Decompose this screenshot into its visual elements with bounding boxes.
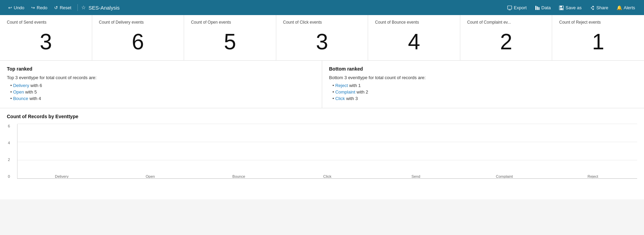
redo-label: Redo: [37, 5, 47, 10]
alerts-label: Alerts: [624, 5, 635, 10]
nav-left: Undo Redo Reset SES-Analysis: [5, 4, 504, 12]
y-axis-label: 6: [8, 124, 10, 128]
bar-label: Delivery: [55, 174, 69, 178]
list-item: Reject with 1: [332, 83, 637, 88]
alerts-icon: [617, 5, 622, 10]
metric-label: Count of Bounce events: [375, 20, 453, 25]
chart-title: Count of Records by Eventtype: [7, 114, 637, 119]
ranked-link[interactable]: Bounce: [13, 96, 28, 101]
list-item: Open with 5: [10, 89, 315, 95]
save-icon: [559, 5, 564, 10]
metric-value: 6: [99, 27, 177, 55]
ranked-link[interactable]: Click: [335, 96, 345, 101]
data-button[interactable]: Data: [532, 3, 554, 12]
svg-rect-0: [508, 6, 512, 9]
metric-card: Count of Open events 5: [184, 15, 276, 60]
y-axis-label: 4: [8, 141, 10, 145]
metric-label: Count of Click events: [283, 20, 361, 25]
top-ranked-panel: Top ranked Top 3 eventtype for total cou…: [0, 61, 322, 108]
metric-label: Count of Send events: [7, 20, 85, 25]
bar-label: Send: [411, 174, 420, 178]
list-item: Complaint with 2: [332, 89, 637, 95]
metric-card: Count of Send events 3: [0, 15, 92, 60]
share-icon: [590, 5, 595, 10]
svg-rect-6: [560, 6, 562, 8]
nav-divider: [77, 4, 78, 11]
save-as-button[interactable]: Save as: [556, 3, 585, 12]
metrics-row: Count of Send events 3 Count of Delivery…: [0, 15, 644, 61]
star-icon[interactable]: [81, 4, 86, 11]
bar-label: Complaint: [496, 174, 513, 178]
bar-label: Click: [323, 174, 331, 178]
share-label: Share: [596, 5, 608, 10]
metric-label: Count of Complaint ev...: [467, 20, 545, 25]
top-ranked-list: Delivery with 6Open with 5Bounce with 4: [7, 83, 315, 101]
undo-label: Undo: [14, 5, 24, 10]
redo-button[interactable]: Redo: [28, 4, 50, 12]
svg-rect-7: [560, 8, 563, 10]
list-item: Bounce with 4: [10, 96, 315, 101]
metric-card: Count of Reject events 1: [552, 15, 644, 60]
metric-card: Count of Bounce events 4: [368, 15, 460, 60]
ranked-link[interactable]: Reject: [335, 83, 348, 88]
y-axis-label: 2: [8, 158, 10, 162]
chart-section: Count of Records by Eventtype 0246 Deliv…: [0, 108, 644, 199]
ranked-link[interactable]: Complaint: [335, 89, 355, 95]
bottom-ranked-title: Bottom ranked: [329, 66, 637, 72]
top-ranked-subtitle: Top 3 eventtype for total count of recor…: [7, 75, 315, 80]
ranked-link[interactable]: Open: [13, 89, 24, 95]
metric-value: 1: [559, 27, 637, 55]
metric-card: Count of Delivery events 6: [92, 15, 184, 60]
bar-group: Bounce: [198, 172, 280, 178]
svg-rect-2: [535, 6, 536, 10]
data-label: Data: [542, 5, 551, 10]
bar-group: Reject: [552, 172, 634, 178]
save-as-label: Save as: [566, 5, 582, 10]
y-axis-label: 0: [8, 174, 10, 178]
bar-label: Reject: [587, 174, 598, 178]
metric-value: 5: [191, 27, 269, 55]
metric-label: Count of Open events: [191, 20, 269, 25]
bar-group: Click: [287, 172, 368, 178]
bottom-ranked-list: Reject with 1Complaint with 2Click with …: [329, 83, 637, 101]
chart-area: 0246 DeliveryOpenBounceClickSendComplain…: [17, 124, 637, 179]
svg-rect-3: [537, 7, 538, 10]
bar-label: Open: [146, 174, 155, 178]
reset-button[interactable]: Reset: [51, 4, 74, 12]
metric-value: 4: [375, 27, 453, 55]
export-label: Export: [514, 5, 527, 10]
y-axis: 0246: [8, 124, 10, 178]
bar-group: Open: [109, 172, 191, 178]
bars-container: DeliveryOpenBounceClickSendComplaintReje…: [17, 124, 637, 178]
export-button[interactable]: Export: [504, 3, 530, 12]
metric-value: 3: [283, 27, 361, 55]
bar-group: Delivery: [21, 172, 102, 178]
nav-right: Export Data Save as: [504, 3, 639, 12]
svg-rect-4: [538, 7, 539, 10]
reset-icon: [54, 5, 58, 10]
share-button[interactable]: Share: [586, 3, 612, 12]
redo-icon: [31, 5, 35, 10]
reset-label: Reset: [60, 5, 71, 10]
list-item: Click with 3: [332, 96, 637, 101]
list-item: Delivery with 6: [10, 83, 315, 88]
data-icon: [535, 5, 540, 10]
chart-container: 0246 DeliveryOpenBounceClickSendComplain…: [7, 124, 637, 193]
undo-button[interactable]: Undo: [5, 4, 27, 12]
bar-group: Send: [375, 172, 457, 178]
export-icon: [507, 5, 512, 10]
metric-label: Count of Reject events: [559, 20, 637, 25]
ranked-row: Top ranked Top 3 eventtype for total cou…: [0, 61, 644, 108]
metric-card: Count of Click events 3: [276, 15, 368, 60]
bottom-ranked-panel: Bottom ranked Bottom 3 eventtype for tot…: [322, 61, 644, 108]
ranked-link[interactable]: Delivery: [13, 83, 29, 88]
bar-group: Complaint: [463, 172, 545, 178]
top-nav: Undo Redo Reset SES-Analysis Export: [0, 0, 644, 15]
bar-label: Bounce: [232, 174, 245, 178]
alerts-button[interactable]: Alerts: [613, 4, 639, 12]
bottom-ranked-subtitle: Bottom 3 eventtype for total count of re…: [329, 75, 637, 80]
page-title: SES-Analysis: [81, 4, 120, 11]
metric-label: Count of Delivery events: [99, 20, 177, 25]
undo-icon: [8, 5, 12, 10]
metric-value: 2: [467, 27, 545, 55]
